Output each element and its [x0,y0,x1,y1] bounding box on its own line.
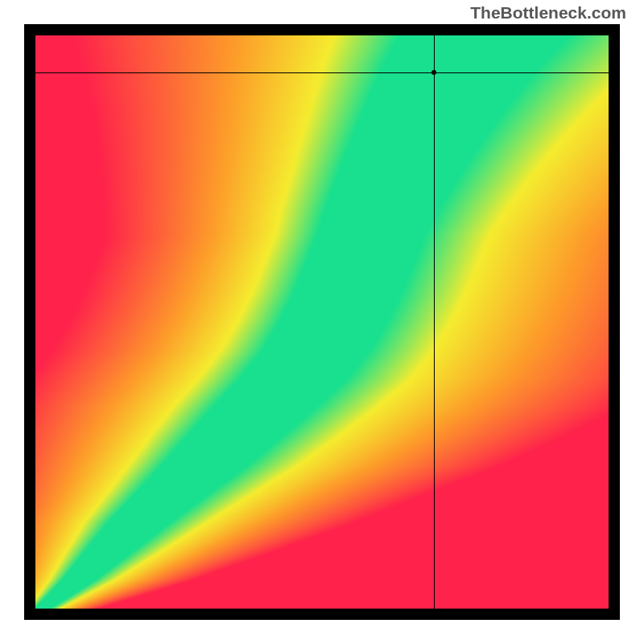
crosshair-horizontal [35,72,609,73]
heatmap-canvas [35,35,609,609]
plot-area [35,35,609,609]
chart-frame [24,24,620,620]
chart-container: TheBottleneck.com [0,0,644,644]
crosshair-vertical [434,35,435,609]
marker-dot [431,70,436,75]
watermark-text: TheBottleneck.com [470,3,626,23]
